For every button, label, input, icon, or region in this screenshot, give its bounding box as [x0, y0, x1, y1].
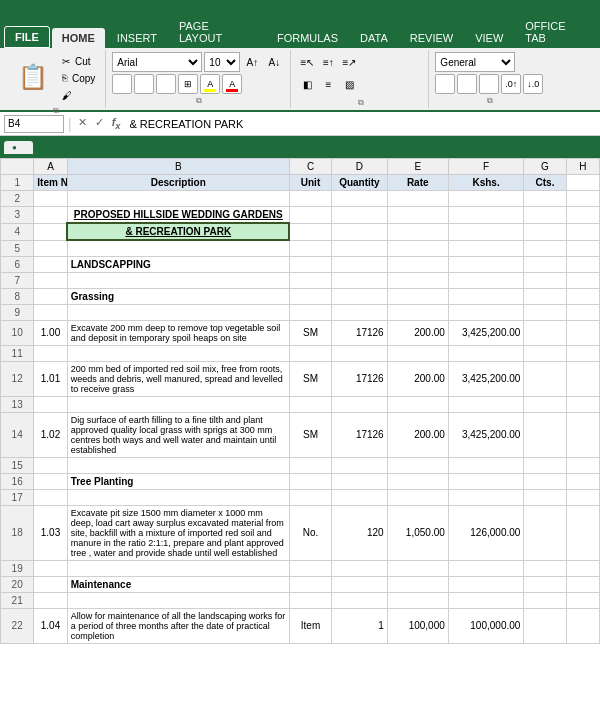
- cell-a[interactable]: 1.00: [34, 320, 67, 345]
- cell-h[interactable]: [566, 256, 599, 272]
- cell-f[interactable]: [448, 473, 524, 489]
- cell-c[interactable]: No.: [289, 505, 331, 560]
- cell-c[interactable]: SM: [289, 412, 331, 457]
- cell-b[interactable]: [67, 489, 289, 505]
- cell-e[interactable]: [387, 288, 448, 304]
- font-color-button[interactable]: A: [222, 74, 242, 94]
- cell-g[interactable]: [524, 240, 566, 256]
- cell-c[interactable]: [289, 592, 331, 608]
- cell-d[interactable]: [332, 207, 388, 224]
- cell-a[interactable]: [34, 592, 67, 608]
- cell-e[interactable]: [387, 576, 448, 592]
- merge-center-button[interactable]: [360, 74, 440, 94]
- col-header-e[interactable]: E: [387, 159, 448, 175]
- cell-e[interactable]: [387, 240, 448, 256]
- cell-c[interactable]: [289, 304, 331, 320]
- font-shrink-button[interactable]: A↓: [264, 52, 284, 72]
- cell-d[interactable]: [332, 345, 388, 361]
- cell-g[interactable]: [524, 345, 566, 361]
- format-painter-button[interactable]: 🖌: [58, 87, 99, 103]
- align-left-button[interactable]: ◧: [297, 74, 317, 94]
- insert-function-icon[interactable]: fx: [110, 116, 123, 131]
- col-header-g[interactable]: G: [524, 159, 566, 175]
- tab-formulas[interactable]: FORMULAS: [267, 28, 348, 48]
- currency-button[interactable]: [435, 74, 455, 94]
- cell-b[interactable]: Excavate 200 mm deep to remove top veget…: [67, 320, 289, 345]
- align-top-center-button[interactable]: ≡↑: [318, 52, 338, 72]
- cell-a[interactable]: 1.01: [34, 361, 67, 396]
- cell-h[interactable]: [566, 191, 599, 207]
- italic-button[interactable]: [134, 74, 154, 94]
- cell-h[interactable]: [566, 288, 599, 304]
- cell-f[interactable]: [448, 288, 524, 304]
- cell-e[interactable]: [387, 457, 448, 473]
- font-family-select[interactable]: Arial: [112, 52, 202, 72]
- cell-a[interactable]: 1.04: [34, 608, 67, 643]
- font-grow-button[interactable]: A↑: [242, 52, 262, 72]
- cell-g[interactable]: [524, 223, 566, 240]
- cell-b[interactable]: [67, 191, 289, 207]
- cell-h[interactable]: [566, 505, 599, 560]
- cell-b[interactable]: Allow for maintenance of all the landsca…: [67, 608, 289, 643]
- cell-b[interactable]: [67, 240, 289, 256]
- cell-a[interactable]: [34, 191, 67, 207]
- cell-b[interactable]: & RECREATION PARK: [67, 223, 289, 240]
- name-box[interactable]: [4, 115, 64, 133]
- cell-e[interactable]: [387, 272, 448, 288]
- cell-b[interactable]: [67, 592, 289, 608]
- cell-f[interactable]: Kshs.: [448, 175, 524, 191]
- cell-h[interactable]: [566, 457, 599, 473]
- cell-g[interactable]: [524, 396, 566, 412]
- cell-c[interactable]: [289, 396, 331, 412]
- paste-button[interactable]: 📋: [10, 52, 56, 104]
- cell-b[interactable]: PROPOSED HILLSIDE WEDDING GARDENS: [67, 207, 289, 224]
- cell-f[interactable]: [448, 560, 524, 576]
- cell-e[interactable]: [387, 345, 448, 361]
- cell-h[interactable]: [566, 396, 599, 412]
- cell-e[interactable]: [387, 304, 448, 320]
- comma-button[interactable]: [479, 74, 499, 94]
- cancel-formula-icon[interactable]: ✕: [76, 116, 89, 131]
- copy-button[interactable]: ⎘ Copy: [58, 70, 99, 86]
- cell-g[interactable]: [524, 576, 566, 592]
- cell-e[interactable]: 200.00: [387, 320, 448, 345]
- cell-d[interactable]: 1: [332, 608, 388, 643]
- cell-f[interactable]: [448, 345, 524, 361]
- cell-d[interactable]: [332, 304, 388, 320]
- cell-d[interactable]: [332, 288, 388, 304]
- col-header-f[interactable]: F: [448, 159, 524, 175]
- col-header-h[interactable]: H: [566, 159, 599, 175]
- cell-a[interactable]: [34, 304, 67, 320]
- cell-g[interactable]: Cts.: [524, 175, 566, 191]
- cell-d[interactable]: 17126: [332, 320, 388, 345]
- cell-d[interactable]: 120: [332, 505, 388, 560]
- cell-a[interactable]: [34, 576, 67, 592]
- cell-d[interactable]: [332, 191, 388, 207]
- cell-d[interactable]: [332, 240, 388, 256]
- cell-g[interactable]: [524, 560, 566, 576]
- cell-b[interactable]: Maintenance: [67, 576, 289, 592]
- cell-c[interactable]: [289, 457, 331, 473]
- cell-g[interactable]: [524, 608, 566, 643]
- cell-a[interactable]: [34, 288, 67, 304]
- wrap-text-button[interactable]: [360, 52, 420, 72]
- cell-c[interactable]: [289, 345, 331, 361]
- cell-e[interactable]: 200.00: [387, 361, 448, 396]
- cell-h[interactable]: [566, 223, 599, 240]
- cell-h[interactable]: [566, 560, 599, 576]
- cell-g[interactable]: [524, 272, 566, 288]
- cell-g[interactable]: [524, 505, 566, 560]
- border-button[interactable]: ⊞: [178, 74, 198, 94]
- cell-d[interactable]: 17126: [332, 361, 388, 396]
- cell-f[interactable]: 126,000.00: [448, 505, 524, 560]
- cell-b[interactable]: Grassing: [67, 288, 289, 304]
- cell-h[interactable]: [566, 207, 599, 224]
- tab-office-tab[interactable]: OFFICE TAB: [515, 16, 599, 48]
- cell-g[interactable]: [524, 320, 566, 345]
- cell-f[interactable]: [448, 223, 524, 240]
- cell-h[interactable]: [566, 175, 599, 191]
- cell-c[interactable]: SM: [289, 361, 331, 396]
- cell-b[interactable]: [67, 396, 289, 412]
- cell-b[interactable]: [67, 457, 289, 473]
- cell-b[interactable]: [67, 560, 289, 576]
